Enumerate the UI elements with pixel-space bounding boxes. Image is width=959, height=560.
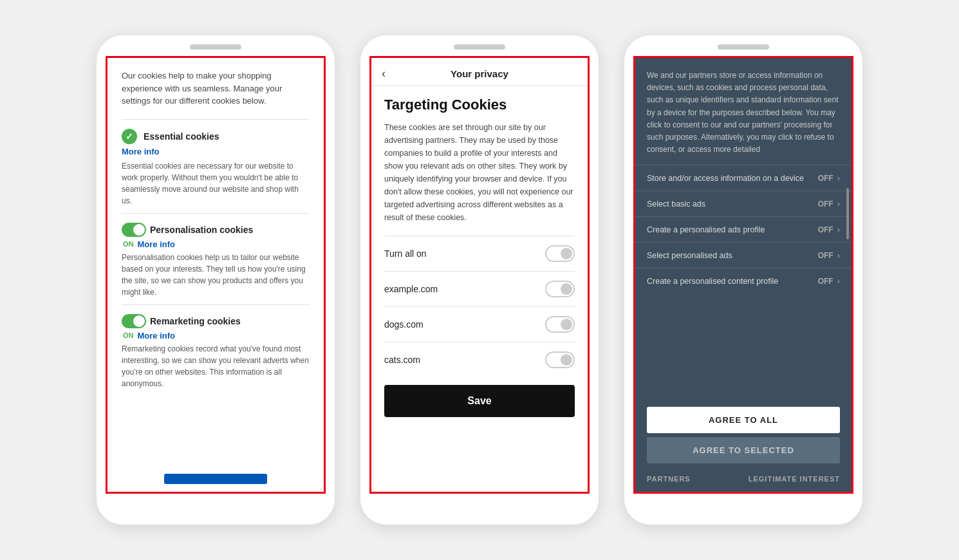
targeting-cookies-desc: These cookies are set through our site b…	[384, 121, 575, 224]
dogs-toggle[interactable]	[545, 316, 575, 333]
essential-desc: Essential cookies are necessary for our …	[122, 160, 310, 207]
personalised-ads-profile-label: Create a personalised ads profile	[647, 225, 818, 234]
remarketing-toggle-row: Remarketing cookies	[122, 314, 310, 328]
phone2-header-title: Your privacy	[451, 68, 508, 79]
blue-bar	[164, 474, 267, 484]
phone3-desc: We and our partners store or access info…	[635, 58, 852, 165]
agree-to-all-button[interactable]: AGREE TO ALL	[647, 407, 840, 433]
personalisation-desc: Personalisation cookies help us to tailo…	[122, 252, 310, 298]
phone-3: We and our partners store or access info…	[624, 35, 862, 525]
personalised-ads-profile-status: OFF	[818, 225, 833, 234]
phone3-row-select-personalised-ads: Select personalised ads OFF ›	[635, 242, 852, 268]
cats-label: cats.com	[384, 355, 420, 365]
phone3-list: Store and/or access information on a dev…	[635, 165, 852, 400]
basic-ads-chevron-icon[interactable]: ›	[837, 199, 840, 209]
personalised-content-profile-right: OFF ›	[818, 276, 840, 286]
phone2-content: ‹ Your privacy Targeting Cookies These c…	[369, 56, 590, 494]
select-personalised-ads-chevron-icon[interactable]: ›	[837, 250, 840, 260]
toggle-row-dogs: dogs.com	[384, 306, 575, 342]
phone3-row-personalised-content-profile: Create a personalised content profile OF…	[635, 268, 852, 294]
personalised-content-profile-chevron-icon[interactable]: ›	[837, 276, 840, 286]
example-label: example.com	[384, 284, 438, 294]
basic-ads-right: OFF ›	[818, 199, 840, 209]
phone1-bottom-bar	[107, 474, 324, 484]
phone-notch-2	[454, 44, 505, 50]
turn-all-on-toggle[interactable]	[545, 245, 575, 262]
phone1-inner: Our cookies help to make your shopping e…	[107, 58, 324, 407]
remarketing-toggle[interactable]	[122, 314, 146, 328]
save-button[interactable]: Save	[384, 385, 575, 417]
essential-title: Essential cookies	[144, 131, 219, 142]
personalisation-section: Personalisation cookies ON More info Per…	[122, 213, 310, 304]
phone2-body: Targeting Cookies These cookies are set …	[371, 86, 588, 492]
partners-label[interactable]: PARTNERS	[647, 475, 691, 483]
remarketing-desc: Remarketing cookies record what you've f…	[122, 343, 310, 389]
agree-to-selected-button[interactable]: AGREE TO SELECTED	[647, 437, 840, 463]
basic-ads-status: OFF	[818, 200, 833, 209]
phone2-header: ‹ Your privacy	[371, 58, 588, 86]
store-access-status: OFF	[818, 174, 833, 183]
select-personalised-ads-status: OFF	[818, 251, 833, 260]
phone3-inner: We and our partners store or access info…	[635, 58, 852, 492]
personalised-content-profile-label: Create a personalised content profile	[647, 277, 818, 286]
dogs-label: dogs.com	[384, 319, 424, 330]
remarketing-title: Remarketing cookies	[150, 316, 241, 326]
phone-notch-3	[718, 44, 769, 50]
select-personalised-ads-right: OFF ›	[818, 250, 840, 260]
essential-check-icon[interactable]	[122, 129, 137, 144]
personalisation-toggle[interactable]	[122, 223, 146, 237]
basic-ads-label: Select basic ads	[647, 200, 818, 209]
phone3-row-store: Store and/or access information on a dev…	[635, 165, 852, 191]
personalisation-on-label: ON	[123, 240, 134, 248]
phone3-footer: PARTNERS LEGITIMATE INTEREST	[635, 469, 852, 492]
legitimate-interest-label[interactable]: LEGITIMATE INTEREST	[749, 475, 840, 483]
remarketing-section: Remarketing cookies ON More info Remarke…	[122, 304, 310, 396]
store-access-right: OFF ›	[818, 173, 840, 183]
turn-all-on-label: Turn all on	[384, 248, 427, 259]
remarketing-on-label: ON	[123, 331, 134, 339]
phone1-content: Our cookies help to make your shopping e…	[106, 56, 326, 494]
remarketing-more-info[interactable]: More info	[138, 331, 176, 341]
phone-notch-1	[190, 44, 241, 50]
personalised-ads-profile-chevron-icon[interactable]: ›	[837, 225, 840, 234]
phone-2: ‹ Your privacy Targeting Cookies These c…	[360, 35, 599, 525]
personalised-ads-profile-right: OFF ›	[818, 225, 840, 234]
toggle-row-turn-all-on: Turn all on	[384, 236, 575, 271]
store-access-label: Store and/or access information on a dev…	[647, 174, 818, 183]
essential-header: Essential cookies	[122, 129, 310, 144]
toggle-row-example: example.com	[384, 271, 575, 306]
personalisation-toggle-row: Personalisation cookies	[122, 223, 310, 237]
personalisation-title: Personalisation cookies	[150, 225, 253, 235]
phone3-row-personalised-ads-profile: Create a personalised ads profile OFF ›	[635, 216, 852, 242]
essential-more-info[interactable]: More info	[122, 147, 310, 156]
phone-1: Our cookies help to make your shopping e…	[97, 35, 335, 525]
personalisation-more-info[interactable]: More info	[138, 239, 176, 249]
toggle-row-cats: cats.com	[384, 342, 575, 377]
example-toggle[interactable]	[545, 281, 575, 297]
cats-toggle[interactable]	[545, 351, 575, 368]
store-access-chevron-icon[interactable]: ›	[837, 173, 840, 183]
scrollbar[interactable]	[846, 188, 849, 239]
back-button[interactable]: ‹	[382, 67, 386, 80]
select-personalised-ads-label: Select personalised ads	[647, 251, 818, 260]
personalised-content-profile-status: OFF	[818, 277, 833, 286]
phone2-inner: ‹ Your privacy Targeting Cookies These c…	[371, 58, 588, 492]
phone3-row-basic-ads: Select basic ads OFF ›	[635, 191, 852, 216]
phone3-content: We and our partners store or access info…	[633, 56, 853, 494]
targeting-cookies-title: Targeting Cookies	[384, 97, 575, 113]
phone1-intro: Our cookies help to make your shopping e…	[122, 70, 310, 107]
essential-section: Essential cookies More info Essential co…	[122, 119, 310, 213]
